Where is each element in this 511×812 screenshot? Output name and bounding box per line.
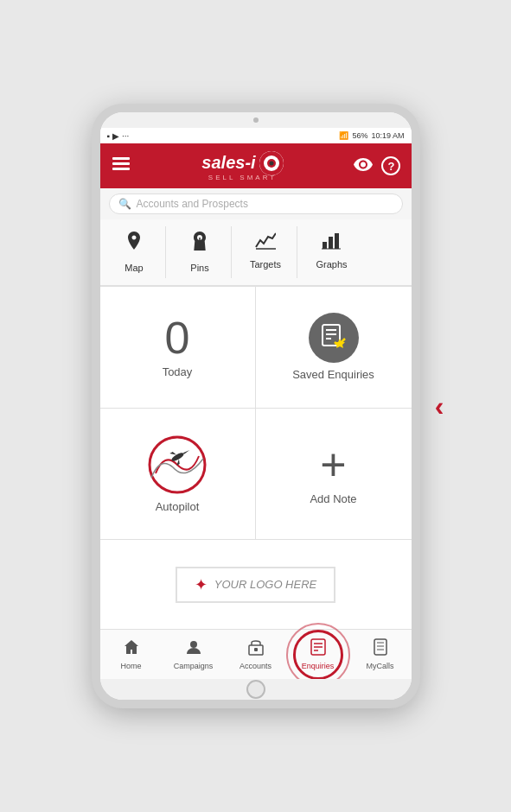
logo-area: ✦ YOUR LOGO HERE <box>100 540 412 629</box>
add-note-cell[interactable]: + Add Note <box>256 409 412 541</box>
bottom-nav-campaigns[interactable]: Campaigns <box>163 630 225 679</box>
nav-label-pins: Pins <box>190 263 208 273</box>
status-icon-2: ▶ <box>112 131 119 141</box>
campaigns-nav-label: Campaigns <box>174 662 214 670</box>
autopilot-logo <box>147 435 208 495</box>
nav-item-graphs[interactable]: Graphs <box>301 226 363 278</box>
bottom-nav-mycalls[interactable]: MyCalls <box>349 630 412 679</box>
bottom-nav-home[interactable]: Home <box>100 630 163 679</box>
app-header: sales-i SELL SMART <box>100 143 412 188</box>
targets-icon <box>255 232 276 256</box>
add-note-label: Add Note <box>310 492 356 505</box>
tablet-top-bar <box>100 112 412 128</box>
svg-rect-10 <box>329 237 333 249</box>
svg-rect-2 <box>112 168 130 170</box>
wifi-icon: 📶 <box>339 131 348 140</box>
search-placeholder: Accounts and Prospects <box>137 198 248 210</box>
graphs-icon <box>322 232 342 256</box>
back-button[interactable] <box>111 154 131 179</box>
home-nav-label: Home <box>120 662 141 670</box>
nav-item-pins[interactable]: Pins <box>169 226 232 278</box>
map-icon <box>125 232 144 259</box>
svg-rect-0 <box>112 157 130 160</box>
mycalls-nav-label: MyCalls <box>366 662 393 670</box>
add-note-icon: + <box>320 442 346 487</box>
saved-enquiries-icon <box>309 313 359 363</box>
campaigns-nav-icon <box>185 638 202 660</box>
nav-label-graphs: Graphs <box>316 259 347 270</box>
search-bar: 🔍 Accounts and Prospects <box>100 188 412 219</box>
status-icon-1: ▪ <box>107 131 111 141</box>
bottom-nav-enquiries[interactable]: Enquiries <box>287 630 349 679</box>
bottom-nav-accounts[interactable]: Accounts <box>225 630 287 679</box>
status-icon-3: ··· <box>122 131 129 141</box>
autopilot-label: Autopilot <box>156 500 200 513</box>
search-icon: 🔍 <box>118 198 131 210</box>
saved-enquiries-label: Saved Enquiries <box>292 368 374 381</box>
status-right: 📶 56% 10:19 AM <box>339 131 404 140</box>
today-cell[interactable]: 0 Today <box>100 287 256 409</box>
svg-rect-9 <box>323 242 327 249</box>
today-count: 0 <box>165 315 190 360</box>
svg-point-6 <box>269 161 273 165</box>
eye-button[interactable] <box>354 156 373 176</box>
status-bar: ▪ ▶ ··· 📶 56% 10:19 AM <box>100 128 412 143</box>
today-label: Today <box>163 365 193 378</box>
nav-item-map[interactable]: Map <box>104 226 166 278</box>
enquiries-nav-label: Enquiries <box>302 662 335 670</box>
quick-nav: Map Pins <box>100 219 412 286</box>
svg-marker-20 <box>183 449 190 454</box>
svg-rect-1 <box>112 162 130 165</box>
battery-text: 56% <box>352 131 367 140</box>
nav-label-map: Map <box>125 263 143 273</box>
main-grid: 0 Today Saved <box>100 286 412 629</box>
status-left-icons: ▪ ▶ ··· <box>107 131 130 141</box>
tablet-camera <box>253 117 259 123</box>
side-arrow[interactable]: ‹ <box>435 390 444 422</box>
nav-label-targets: Targets <box>250 259 281 270</box>
tablet-bottom-bar <box>100 679 412 700</box>
svg-point-23 <box>190 641 197 648</box>
header-icons: ? <box>354 156 400 176</box>
search-input-wrapper[interactable]: 🔍 Accounts and Prospects <box>109 193 403 214</box>
help-button[interactable]: ? <box>381 156 400 175</box>
app-logo: sales-i SELL SMART <box>201 151 283 181</box>
svg-rect-30 <box>374 639 386 655</box>
pins-icon <box>191 232 208 259</box>
saved-enquiries-cell[interactable]: Saved Enquiries <box>256 287 412 409</box>
accounts-nav-label: Accounts <box>240 662 271 670</box>
your-logo-text: YOUR LOGO HERE <box>214 578 316 591</box>
star-icon: ✦ <box>195 575 208 594</box>
home-nav-icon <box>123 638 140 660</box>
bottom-nav: Home Campaigns <box>100 629 412 679</box>
logo-subtitle: SELL SMART <box>208 174 277 181</box>
logo-text: sales-i <box>201 153 255 173</box>
nav-item-targets[interactable]: Targets <box>235 226 297 278</box>
mycalls-nav-icon <box>372 638 389 660</box>
home-button[interactable] <box>246 680 265 699</box>
logo-icon <box>259 151 284 175</box>
your-logo-box: ✦ YOUR LOGO HERE <box>176 567 335 603</box>
svg-rect-11 <box>335 233 339 249</box>
time-text: 10:19 AM <box>371 131 404 140</box>
enquiries-nav-icon <box>310 638 327 660</box>
svg-rect-25 <box>254 648 258 651</box>
autopilot-cell[interactable]: Autopilot <box>100 409 256 541</box>
accounts-nav-icon <box>247 638 265 660</box>
